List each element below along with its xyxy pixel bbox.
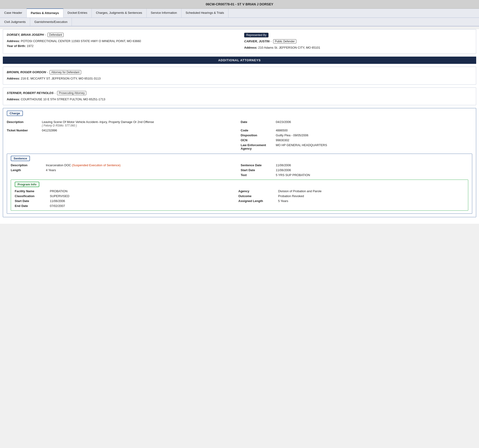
- attorney2-address-row: Address: COURTHOUSE 10 E 5TH STREET FULT…: [7, 97, 472, 102]
- program-agency-label: Agency: [238, 189, 276, 193]
- charge-date-value: 04/23/2006: [276, 120, 472, 127]
- defendant-name-row: DORSEY, BRIAN JOSEPH - Defendant: [7, 33, 235, 37]
- attorney-name-row: CARVER, JUSTIN - Public Defender: [244, 39, 472, 44]
- charge-ticket-label: Ticket Number: [7, 129, 40, 132]
- attorney1-info: Address: 216 E. MCCARTY ST. JEFFERSON CI…: [7, 76, 472, 81]
- charge-ocn-value: 99830302: [276, 138, 472, 142]
- sentence-title[interactable]: Sentence: [11, 156, 30, 161]
- represented-by-section: Represented By: [244, 33, 472, 37]
- program-end-label: End Date: [15, 204, 47, 208]
- additional-attorneys-header: ADDITIONAL ATTORNEYS: [3, 57, 476, 64]
- defendant-address-row: Address: POTOSI CORRECTIONAL CENTER 1159…: [7, 39, 235, 44]
- program-start-label: Start Date: [15, 199, 47, 203]
- defendant-yob-label: Year of Birth:: [7, 44, 26, 48]
- charge-grid: Description Leaving Scene Of Motor Vehic…: [7, 120, 472, 150]
- program-grid: Facility Name PROBATION Agency Division …: [15, 189, 464, 208]
- defendant-yob: 1972: [27, 44, 33, 48]
- charge-law-value: MO HP GENERAL HEADQUARTERS: [276, 143, 472, 150]
- attorney1-name-row: BROWN, ROGER GORDON - Attorney for Defen…: [7, 70, 472, 74]
- tab-scheduled-hearings[interactable]: Scheduled Hearings & Trials: [181, 9, 228, 18]
- tab-garnishments[interactable]: Garnishments/Execution: [30, 18, 72, 26]
- attorney-address-row: Address: 210 Adams St. JEFFERSON CITY, M…: [244, 45, 472, 50]
- tab-charges-judgments[interactable]: Charges, Judgments & Sentences: [92, 9, 146, 18]
- charge-ticket-value: 041232896: [42, 129, 238, 132]
- defendant-right: Represented By CARVER, JUSTIN - Public D…: [244, 33, 472, 50]
- charge-description-value: Leaving Scene Of Motor Vehicle Accident-…: [42, 120, 238, 127]
- sentence-length-label: Length: [11, 168, 44, 172]
- attorney2-name: STERNER, ROBERT REYNOLDS: [7, 91, 53, 95]
- charge-code-label: Code: [241, 129, 273, 132]
- sentence-date-label: Sentence Date: [241, 164, 273, 167]
- attorney-address: 210 Adams St. JEFFERSON CITY, MO 65101: [258, 46, 320, 49]
- program-agency-value: Division of Probation and Parole: [278, 189, 464, 193]
- sentence-start-label: Start Date: [241, 168, 273, 172]
- page-title: 06CW-CR00778-01 - ST V BRIAN J DORSEY: [0, 0, 479, 9]
- attorney2-name-row: STERNER, ROBERT REYNOLDS - Prosecuting A…: [7, 91, 472, 95]
- defendant-section: DORSEY, BRIAN JOSEPH - Defendant Address…: [3, 29, 476, 54]
- defendant-left: DORSEY, BRIAN JOSEPH - Defendant Address…: [7, 33, 235, 50]
- program-info-section: Program Info Facility Name PROBATION Age…: [11, 180, 468, 211]
- attorney1-name: BROWN, ROGER GORDON: [7, 70, 46, 74]
- program-end-value: 07/02/2007: [50, 204, 236, 208]
- sentence-section: Sentence Description Incarceration DOC (…: [7, 154, 472, 214]
- attorney2-section: STERNER, ROBERT REYNOLDS - Prosecuting A…: [3, 87, 476, 105]
- program-facility-label: Facility Name: [15, 189, 47, 193]
- program-assigned-length-label: Assigned Length: [238, 199, 276, 203]
- attorney2-role-badge: Prosecuting Attorney: [57, 91, 86, 95]
- sentence-start-value: 11/06/2006: [276, 168, 468, 172]
- tab-service-info[interactable]: Service Information: [147, 9, 181, 18]
- attorney2-address: COURTHOUSE 10 E 5TH STREET FULTON, MO 65…: [21, 98, 105, 101]
- attorney1-address: 216 E. MCCARTY ST. JEFFERSON CITY, MO 65…: [21, 77, 100, 80]
- charge-description-label: Description: [7, 120, 40, 127]
- content-area: DORSEY, BRIAN JOSEPH - Defendant Address…: [0, 29, 479, 224]
- program-start-value: 11/06/2006: [50, 199, 236, 203]
- attorney-role-badge: Public Defender: [273, 39, 296, 44]
- tab-case-header[interactable]: Case Header: [0, 9, 27, 18]
- program-outcome-value: Probation Revoked: [278, 194, 464, 198]
- sentence-text-value: 5 YRS SUP PROBATION: [276, 173, 468, 177]
- attorney2-info: Address: COURTHOUSE 10 E 5TH STREET FULT…: [7, 97, 472, 102]
- attorney-name: CARVER, JUSTIN: [244, 40, 269, 43]
- defendant-address: POTOSI CORRECTIONAL CENTER 11593 STATE H…: [21, 39, 141, 43]
- sentence-length-value: 4 Years: [46, 168, 238, 172]
- defendant-info: Address: POTOSI CORRECTIONAL CENTER 1159…: [7, 39, 235, 49]
- sentence-suspended-text: (Suspended Execution of Sentence): [72, 164, 120, 167]
- sentence-description-label: Description: [11, 164, 44, 167]
- tabs-row-1: Case Header Parties & Attorneys Docket E…: [0, 9, 479, 18]
- sentence-date-value: 11/06/2006: [276, 164, 468, 167]
- tabs-row-2: Civil Judgments Garnishments/Execution: [0, 18, 479, 26]
- defendant-name: DORSEY, BRIAN JOSEPH: [7, 33, 44, 36]
- tab-civil-judgments[interactable]: Civil Judgments: [0, 18, 30, 26]
- charge-title[interactable]: Charge: [7, 111, 23, 116]
- defendant-role-badge: Defendant: [47, 33, 64, 37]
- program-classification-label: Classification: [15, 194, 47, 198]
- program-info-title[interactable]: Program Info: [15, 182, 39, 187]
- charge-ocn-label: OCN: [241, 138, 273, 142]
- charge-law-label: Law Enforcement Agency: [241, 143, 273, 150]
- attorney1-section: BROWN, ROGER GORDON - Attorney for Defen…: [3, 67, 476, 85]
- defendant-yob-row: Year of Birth: 1972: [7, 44, 235, 49]
- attorney1-address-row: Address: 216 E. MCCARTY ST. JEFFERSON CI…: [7, 76, 472, 81]
- charge-disposition-value: Guilty Plea - 09/05/2006: [276, 133, 472, 137]
- charge-section: Charge Description Leaving Scene Of Moto…: [3, 108, 476, 217]
- tab-docket-entries[interactable]: Docket Entries: [63, 9, 92, 18]
- program-facility-value: PROBATION: [50, 189, 236, 193]
- attorney-address-label: Address:: [244, 46, 257, 49]
- attorney1-address-label: Address:: [7, 77, 20, 80]
- sentence-grid: Description Incarceration DOC (Suspended…: [11, 164, 468, 177]
- program-outcome-label: Outcome: [238, 194, 276, 198]
- charge-code-value: 4886500: [276, 129, 472, 132]
- attorney2-address-label: Address:: [7, 98, 20, 101]
- tab-parties-attorneys[interactable]: Parties & Attorneys: [27, 8, 63, 18]
- represented-by-badge: Represented By: [244, 33, 268, 37]
- attorney1-role-badge: Attorney for Defendant: [50, 70, 81, 74]
- attorney-info: Address: 210 Adams St. JEFFERSON CITY, M…: [244, 45, 472, 50]
- charge-felony-note: { Felony D RSMo: 577.060 }: [42, 124, 77, 127]
- program-classification-value: SUPERVISED: [50, 194, 236, 198]
- sentence-text-label: Text: [241, 173, 273, 177]
- defendant-address-label: Address:: [7, 39, 20, 43]
- charge-disposition-label: Disposition: [241, 133, 273, 137]
- sentence-description-value: Incarceration DOC (Suspended Execution o…: [46, 164, 238, 167]
- program-assigned-length-value: 5 Years: [278, 199, 464, 203]
- charge-date-label: Date: [241, 120, 273, 127]
